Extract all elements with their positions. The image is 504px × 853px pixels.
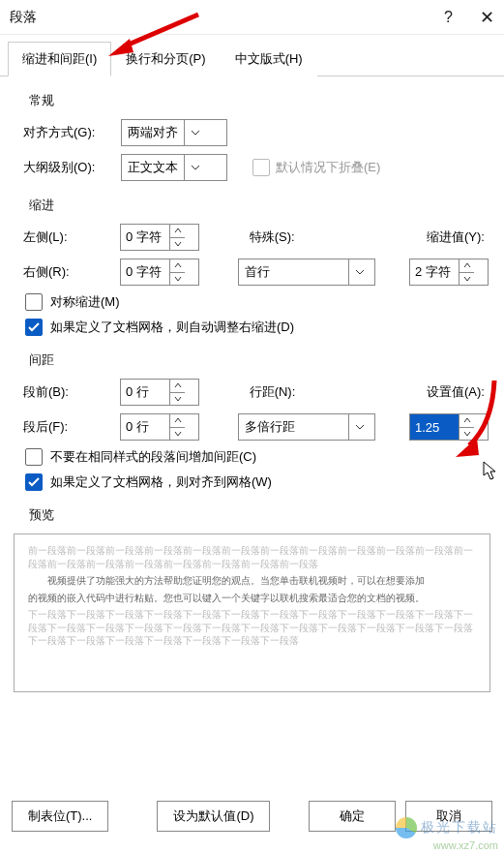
collapse-label: 默认情况下折叠(E) — [276, 159, 380, 176]
tab-asian-typography[interactable]: 中文版式(H) — [221, 42, 317, 76]
spacing-at-input[interactable] — [409, 413, 489, 441]
spinner[interactable] — [459, 414, 474, 440]
spin-up-icon[interactable] — [170, 225, 185, 238]
spin-down-icon[interactable] — [170, 393, 185, 406]
section-general-label: 常规 — [29, 92, 489, 109]
chevron-down-icon — [348, 414, 371, 440]
indent-right-label: 右侧(R): — [23, 263, 120, 281]
section-preview-label: 预览 — [29, 506, 489, 524]
tab-bar: 缩进和间距(I) 换行和分页(P) 中文版式(H) — [0, 41, 504, 76]
auto-adjust-right-indent-label: 如果定义了文档网格，则自动调整右缩进(D) — [50, 319, 294, 336]
spacing-at-label: 设置值(A): — [378, 383, 489, 401]
outline-level-select[interactable]: 正文文本 — [121, 154, 227, 181]
dialog-title: 段落 — [10, 9, 37, 26]
watermark: 极光下载站 www.xz7.com — [396, 817, 498, 851]
close-icon[interactable]: ✕ — [480, 7, 494, 28]
spin-down-icon[interactable] — [170, 273, 185, 286]
spin-down-icon[interactable] — [460, 428, 474, 441]
tab-line-page-breaks[interactable]: 换行和分页(P) — [111, 42, 220, 76]
spin-down-icon[interactable] — [170, 238, 185, 251]
alignment-select[interactable]: 两端对齐 — [121, 119, 227, 146]
auto-adjust-right-indent-checkbox[interactable] — [25, 319, 43, 336]
spin-up-icon[interactable] — [170, 380, 185, 393]
mirror-indent-label: 对称缩进(M) — [50, 293, 120, 311]
space-after-label: 段后(F): — [23, 418, 120, 436]
indent-right-input[interactable] — [120, 259, 199, 286]
watermark-logo-icon — [396, 817, 417, 838]
section-spacing-label: 间距 — [29, 351, 489, 369]
title-bar: 段落 ? ✕ — [0, 0, 504, 35]
watermark-name: 极光下载站 — [421, 819, 498, 837]
outline-level-label: 大纲级别(O): — [23, 159, 115, 176]
spinner[interactable] — [169, 414, 185, 440]
watermark-url: www.xz7.com — [396, 839, 498, 851]
mirror-indent-checkbox[interactable] — [25, 293, 43, 311]
preview-before-text: 前一段落前一段落前一段落前一段落前一段落前一段落前一段落前一段落前一段落前一段落… — [28, 544, 476, 570]
spinner[interactable] — [169, 380, 185, 405]
snap-to-grid-checkbox[interactable] — [25, 473, 43, 491]
space-before-input[interactable] — [120, 379, 199, 406]
chevron-down-icon — [184, 155, 206, 180]
preview-sample-text-1: 视频提供了功能强大的方法帮助您证明您的观点。当您单击联机视频时，可以在想要添加 — [28, 574, 476, 588]
line-spacing-label: 行距(N): — [250, 383, 360, 401]
chevron-down-icon — [348, 259, 371, 285]
indent-left-label: 左侧(L): — [23, 228, 120, 246]
line-spacing-select[interactable]: 多倍行距 — [238, 413, 375, 441]
set-default-button[interactable]: 设为默认值(D) — [157, 801, 270, 832]
preview-box: 前一段落前一段落前一段落前一段落前一段落前一段落前一段落前一段落前一段落前一段落… — [14, 533, 490, 692]
spin-up-icon[interactable] — [460, 414, 474, 428]
spin-up-icon[interactable] — [460, 259, 474, 273]
preview-sample-text-2: 的视频的嵌入代码中进行粘贴。您也可以键入一个关键字以联机搜索最适合您的文档的视频… — [28, 592, 476, 605]
no-space-same-style-checkbox[interactable] — [25, 448, 43, 466]
ok-button[interactable]: 确定 — [309, 801, 396, 832]
section-indent-label: 缩进 — [29, 197, 489, 214]
spin-up-icon[interactable] — [170, 259, 185, 273]
collapse-checkbox — [252, 159, 270, 176]
tab-indent-spacing[interactable]: 缩进和间距(I) — [8, 42, 111, 76]
spinner[interactable] — [169, 225, 185, 250]
indent-by-input[interactable] — [409, 259, 489, 286]
alignment-label: 对齐方式(G): — [23, 124, 115, 141]
spin-down-icon[interactable] — [460, 273, 474, 286]
spinner[interactable] — [169, 259, 185, 285]
help-icon[interactable]: ? — [444, 9, 453, 26]
special-indent-select[interactable]: 首行 — [238, 259, 375, 286]
spin-up-icon[interactable] — [170, 414, 185, 428]
chevron-down-icon — [184, 120, 206, 145]
tabs-button[interactable]: 制表位(T)... — [12, 801, 108, 832]
special-indent-label: 特殊(S): — [250, 228, 360, 246]
preview-after-text: 下一段落下一段落下一段落下一段落下一段落下一段落下一段落下一段落下一段落下一段落… — [28, 608, 476, 648]
indent-left-input[interactable] — [120, 224, 199, 251]
space-before-label: 段前(B): — [23, 383, 120, 401]
no-space-same-style-label: 不要在相同样式的段落间增加间距(C) — [50, 448, 256, 466]
indent-by-label: 缩进值(Y): — [378, 228, 489, 246]
spin-down-icon[interactable] — [170, 428, 185, 441]
space-after-input[interactable] — [120, 413, 199, 441]
spinner[interactable] — [459, 259, 474, 285]
snap-to-grid-label: 如果定义了文档网格，则对齐到网格(W) — [50, 473, 272, 491]
